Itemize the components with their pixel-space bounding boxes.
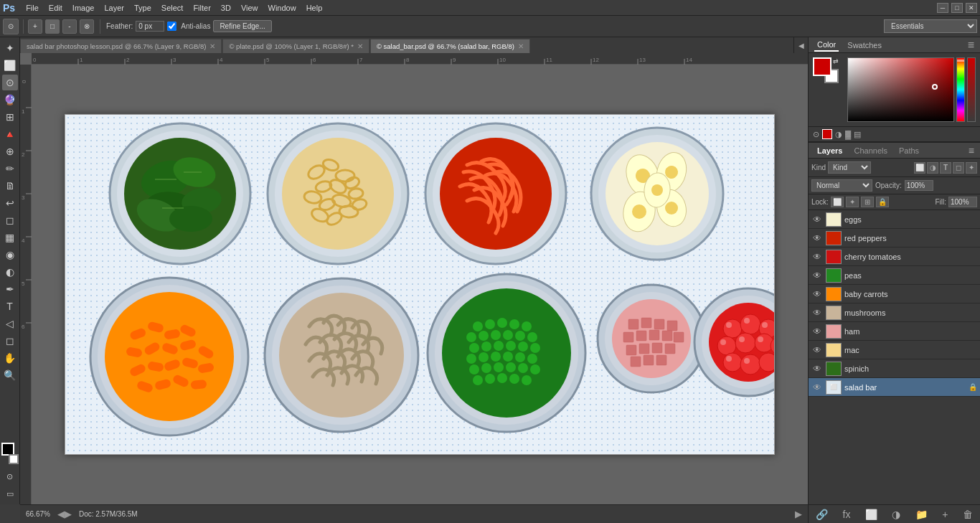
close-button[interactable]: ✕ <box>966 3 977 13</box>
fg-small-swatch[interactable] <box>822 129 832 139</box>
menu-window[interactable]: Window <box>263 2 301 14</box>
eyedropper-tool[interactable]: 🔺 <box>2 126 18 142</box>
lock-all-icon[interactable]: 🔒 <box>876 197 889 207</box>
pen-tool[interactable]: ✒ <box>2 281 18 297</box>
layer-item-mac[interactable]: 👁 mac <box>809 341 980 359</box>
new-layer-btn[interactable]: + <box>942 509 948 520</box>
layers-tab[interactable]: Layers <box>814 145 845 156</box>
menu-type[interactable]: Type <box>129 2 156 14</box>
channels-tab[interactable]: Channels <box>851 145 890 156</box>
clone-tool[interactable]: 🗎 <box>2 178 18 194</box>
quick-mask-btn[interactable]: ⊙ <box>2 468 18 484</box>
path-select-tool[interactable]: ◁ <box>2 316 18 331</box>
move-tool[interactable]: ✦ <box>2 40 18 56</box>
layer-eye-eggs[interactable]: 👁 <box>811 215 823 225</box>
fill-input[interactable] <box>948 197 977 207</box>
subtract-mode-btn[interactable]: - <box>62 19 77 34</box>
layer-item-peas[interactable]: 👁 peas <box>809 266 980 285</box>
zoom-nav-btn[interactable]: ◀▶ <box>57 509 72 519</box>
gradient-tool[interactable]: ▦ <box>2 230 18 245</box>
zoom-tool[interactable]: 🔍 <box>2 367 18 383</box>
paths-tab[interactable]: Paths <box>896 145 922 156</box>
layer-item-ham[interactable]: 👁 ham <box>809 322 980 341</box>
pixel-filter-icon[interactable]: ⬜ <box>914 162 925 174</box>
blur-tool[interactable]: ◉ <box>2 247 18 263</box>
layer-item-spinich[interactable]: 👁 spinich <box>809 359 980 378</box>
add-mask-btn[interactable]: ⬜ <box>865 509 877 520</box>
add-mode-btn[interactable]: + <box>28 19 42 34</box>
feather-input[interactable] <box>136 21 164 32</box>
delete-layer-btn[interactable]: 🗑 <box>963 509 973 520</box>
eraser-tool[interactable]: ◻ <box>2 212 18 228</box>
color-gradient-field[interactable] <box>847 57 954 122</box>
hand-tool[interactable]: ✋ <box>2 350 18 366</box>
link-layers-btn[interactable]: 🔗 <box>816 509 828 520</box>
layer-item-cherry-tomatoes[interactable]: 👁 cherry tomatoes <box>809 248 980 266</box>
menu-layer[interactable]: Layer <box>99 2 129 14</box>
lock-position-icon[interactable]: ✦ <box>846 197 859 207</box>
minimize-button[interactable]: ─ <box>937 3 948 13</box>
collapse-btn[interactable]: ◀ <box>795 39 808 52</box>
menu-select[interactable]: Select <box>156 2 189 14</box>
layer-eye-cherry-tomatoes[interactable]: 👁 <box>811 252 823 262</box>
new-group-btn[interactable]: 📁 <box>915 509 928 520</box>
menu-file[interactable]: File <box>21 2 44 14</box>
status-right-btn[interactable]: ▶ <box>795 509 802 519</box>
menu-3d[interactable]: 3D <box>216 2 236 14</box>
layer-item-mushrooms[interactable]: 👁 mushrooms <box>809 303 980 322</box>
tab-plate[interactable]: © plate.psd @ 100% (Layer 1, RGB/8#) * ✕ <box>222 39 369 53</box>
color-tab[interactable]: Color <box>814 39 839 52</box>
menu-image[interactable]: Image <box>67 2 100 14</box>
new-adjustment-btn[interactable]: ◑ <box>892 509 900 520</box>
crop-tool[interactable]: ⊞ <box>2 109 18 125</box>
gradient-icon[interactable]: ▓ <box>845 130 851 138</box>
tab-lesson[interactable]: salad bar photoshop lesson.psd @ 66.7% (… <box>20 39 222 53</box>
blend-mode-select[interactable]: Normal Multiply Screen Overlay <box>811 179 872 192</box>
new-selection-btn[interactable]: □ <box>45 19 60 34</box>
antialias-checkbox[interactable] <box>167 22 176 31</box>
menu-help[interactable]: Help <box>301 2 328 14</box>
panel-options-icon[interactable]: ≡ <box>968 39 974 52</box>
menu-filter[interactable]: Filter <box>188 2 215 14</box>
layer-style-btn[interactable]: fx <box>843 509 851 520</box>
screen-mode-btn[interactable]: ▭ <box>2 486 18 501</box>
layer-eye-baby-carrots[interactable]: 👁 <box>811 289 823 299</box>
adjustment-filter-icon[interactable]: ◑ <box>927 162 938 174</box>
healing-tool[interactable]: ⊕ <box>2 143 18 159</box>
intersect-mode-btn[interactable]: ⊗ <box>80 19 94 34</box>
workspace-select[interactable]: Essentials Photography Painting <box>884 19 977 33</box>
menu-view[interactable]: View <box>236 2 263 14</box>
tab-salad-bar[interactable]: © salad_bar.psd @ 66.7% (salad bar, RGB/… <box>370 39 530 53</box>
adjustment-icon[interactable]: ◑ <box>835 130 842 139</box>
menu-edit[interactable]: Edit <box>44 2 67 14</box>
pattern-icon[interactable]: ▤ <box>854 130 861 139</box>
layers-panel-options[interactable]: ≡ <box>969 145 974 156</box>
layer-item-eggs[interactable]: 👁 eggs <box>809 210 980 229</box>
shape-tool[interactable]: ◻ <box>2 333 18 349</box>
background-color-swatch[interactable] <box>9 454 19 464</box>
swatches-tab[interactable]: Swatches <box>844 39 885 51</box>
refine-edge-button[interactable]: Refine Edge... <box>213 20 271 32</box>
history-tool[interactable]: ↩ <box>2 195 18 211</box>
marquee-tool[interactable]: ⬜ <box>2 57 18 73</box>
opacity-input[interactable] <box>905 180 933 191</box>
layer-eye-red-peppers[interactable]: 👁 <box>811 233 823 243</box>
text-tool[interactable]: T <box>2 298 18 314</box>
shape-filter-icon[interactable]: ◻ <box>953 162 964 174</box>
lasso-tool[interactable]: ⊙ <box>2 75 18 90</box>
text-filter-icon[interactable]: T <box>940 162 951 174</box>
lock-artboard-icon[interactable]: ⊞ <box>861 197 874 207</box>
dodge-tool[interactable]: ◐ <box>2 264 18 280</box>
swap-colors-icon[interactable]: ⇄ <box>833 57 839 65</box>
layer-item-salad-bar[interactable]: 👁 ⬜ salad bar 🔒 <box>809 378 980 397</box>
layer-item-red-peppers[interactable]: 👁 red peppers <box>809 229 980 248</box>
layer-eye-mac[interactable]: 👁 <box>811 345 823 355</box>
layer-eye-peas[interactable]: 👁 <box>811 270 823 281</box>
hue-slider[interactable] <box>956 57 965 122</box>
quick-select-tool[interactable]: 🔮 <box>2 92 18 108</box>
maximize-button[interactable]: □ <box>951 3 963 13</box>
kind-select[interactable]: Kind Name Effect <box>828 161 871 174</box>
smart-filter-icon[interactable]: ✦ <box>966 162 977 174</box>
alpha-slider[interactable] <box>967 57 976 122</box>
layer-eye-ham[interactable]: 👁 <box>811 326 823 336</box>
